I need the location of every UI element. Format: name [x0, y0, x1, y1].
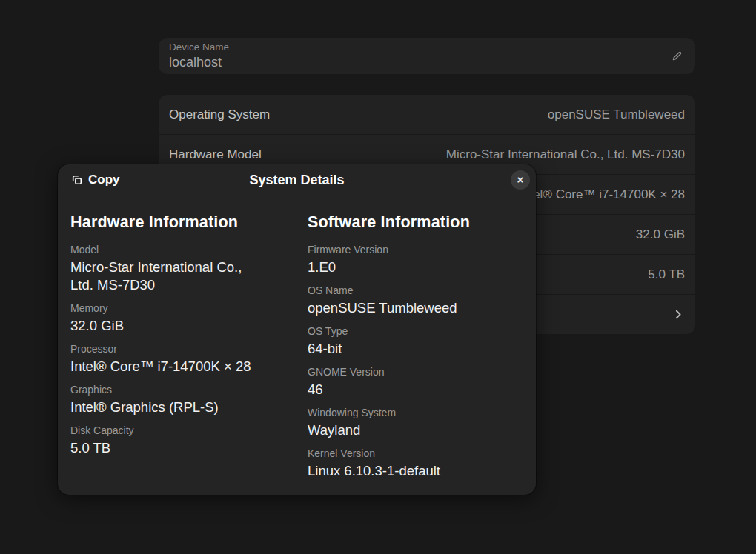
pencil-icon [671, 50, 683, 62]
info-value: 64-bit [308, 340, 523, 358]
info-value: 46 [308, 381, 523, 398]
info-group-memory: Memory 32.0 GiB [70, 301, 308, 335]
dialog-header: Copy System Details × [58, 164, 536, 196]
info-label: Windowing System [308, 406, 523, 420]
info-label: Model [70, 243, 308, 257]
settings-about-page: Device Name localhost Operating System o… [0, 0, 756, 554]
info-label: Kernel Version [308, 447, 523, 461]
hardware-information-heading: Hardware Information [70, 212, 308, 233]
info-value: openSUSE Tumbleweed [308, 299, 523, 317]
info-group-os-name: OS Name openSUSE Tumbleweed [308, 284, 523, 317]
info-label: Graphics [70, 383, 308, 397]
row-value: 5.0 TB [648, 267, 685, 282]
device-name-value: localhost [169, 55, 229, 70]
row-value: 32.0 GiB [636, 227, 685, 242]
info-value: 1.E0 [308, 258, 523, 276]
info-group-os-type: OS Type 64-bit [308, 324, 523, 358]
device-name-text: Device Name localhost [169, 41, 229, 70]
info-label: OS Name [308, 284, 523, 298]
chevron-right-icon [672, 308, 685, 321]
info-label: Disk Capacity [70, 424, 308, 438]
hardware-information-section: Hardware Information Model Micro-Star In… [70, 212, 308, 487]
info-group-kernel-version: Kernel Version Linux 6.10.3-1-default [308, 447, 523, 480]
info-label: OS Type [308, 324, 523, 338]
info-label: Processor [70, 342, 308, 356]
info-value: 32.0 GiB [70, 317, 308, 335]
info-label: GNOME Version [308, 365, 523, 379]
row-value: Micro-Star International Co., Ltd. MS-7D… [446, 147, 685, 162]
info-value: Intel® Graphics (RPL-S) [70, 398, 308, 416]
dialog-columns: Hardware Information Model Micro-Star In… [70, 212, 523, 487]
dialog-title: System Details [58, 164, 536, 196]
info-label: Firmware Version [308, 243, 523, 257]
close-icon[interactable]: × [511, 170, 530, 190]
info-group-graphics: Graphics Intel® Graphics (RPL-S) [70, 383, 308, 416]
row-label: Hardware Model [169, 147, 262, 162]
info-value: Linux 6.10.3-1-default [308, 462, 523, 480]
info-group-processor: Processor Intel® Core™ i7-14700K × 28 [70, 342, 308, 376]
row-operating-system: Operating System openSUSE Tumbleweed [159, 95, 695, 135]
row-label: Operating System [169, 107, 270, 122]
info-group-windowing-system: Windowing System Wayland [308, 406, 523, 439]
info-group-disk-capacity: Disk Capacity 5.0 TB [70, 424, 308, 457]
info-value: 5.0 TB [70, 439, 308, 457]
software-information-heading: Software Information [308, 212, 523, 233]
info-group-gnome-version: GNOME Version 46 [308, 365, 523, 398]
info-value: Micro-Star International Co., Ltd. MS-7D… [70, 258, 248, 294]
system-details-dialog: Copy System Details × Hardware Informati… [58, 164, 536, 495]
software-information-section: Software Information Firmware Version 1.… [308, 212, 523, 487]
info-group-model: Model Micro-Star International Co., Ltd.… [70, 243, 308, 294]
device-name-row[interactable]: Device Name localhost [159, 38, 695, 74]
row-value: Intel® Core™ i7-14700K × 28 [519, 187, 685, 202]
device-name-label: Device Name [169, 41, 229, 53]
info-group-firmware-version: Firmware Version 1.E0 [308, 243, 523, 276]
info-value: Wayland [308, 421, 523, 439]
info-label: Memory [70, 301, 308, 316]
edit-device-name-button[interactable] [670, 50, 683, 63]
copy-button-label: Copy [88, 173, 120, 187]
info-value: Intel® Core™ i7-14700K × 28 [70, 358, 308, 376]
row-value: openSUSE Tumbleweed [548, 107, 685, 122]
copy-button[interactable]: Copy [65, 168, 126, 192]
copy-icon [71, 174, 83, 186]
